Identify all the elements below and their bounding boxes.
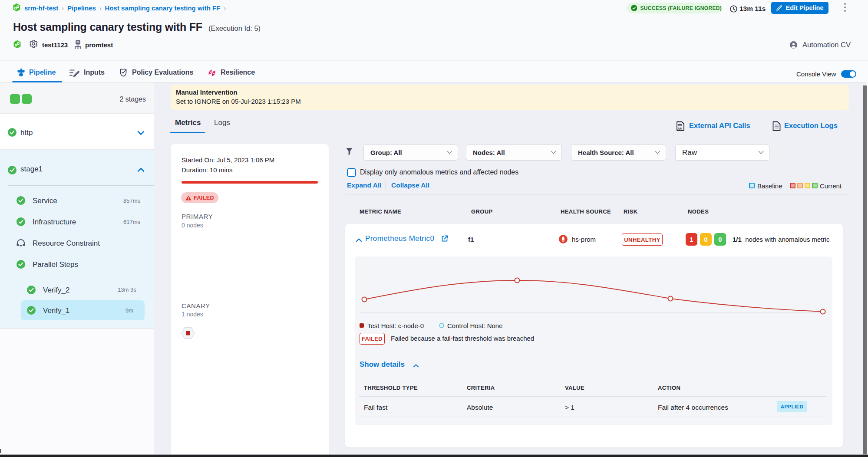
svg-text:API: API (677, 127, 682, 130)
